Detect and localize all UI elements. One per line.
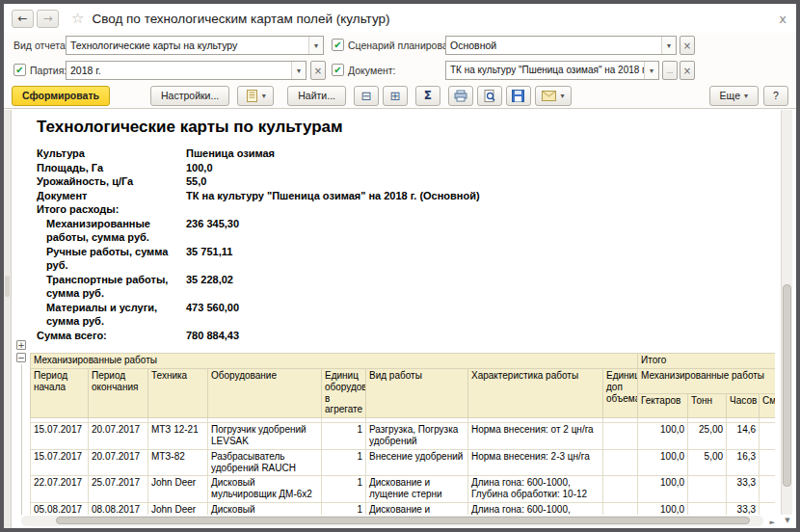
info-label[interactable]: Ручные работы, сумма руб. [37, 245, 186, 273]
column-header[interactable]: Техника [148, 369, 208, 418]
table-cell[interactable] [760, 502, 775, 515]
info-value[interactable]: 55,0 [186, 174, 775, 189]
find-button[interactable]: Найти... [287, 86, 346, 106]
table-cell[interactable]: Погрузчик удобрений LEVSAK [208, 423, 322, 450]
table-cell[interactable]: Длина гона: 600-1000, Глубина обработки:… [468, 476, 603, 503]
table-cell[interactable] [688, 476, 727, 503]
report-title[interactable]: Технологические карты по культурам [37, 118, 775, 137]
info-label[interactable]: Документ [37, 189, 186, 203]
more-button[interactable]: Еще▾ [709, 86, 759, 106]
table-cell[interactable]: Норма внесения: 2-3 цн/га [468, 449, 603, 476]
table-cell[interactable]: 14,6 [727, 423, 760, 450]
close-icon[interactable]: x [779, 12, 787, 26]
table-cell[interactable]: 100,0 [638, 449, 688, 476]
column-header[interactable]: Единица доп объема [603, 369, 638, 418]
report-variants-button[interactable]: ▾ [237, 86, 274, 106]
info-label[interactable]: Транспортные работы, сумма руб. [37, 273, 186, 301]
table-cell[interactable]: Дисковый мульчировщик ДМ-6х2 [208, 502, 322, 515]
forward-button[interactable]: → [37, 10, 59, 28]
vertical-scrollbar[interactable]: ▼ [781, 110, 792, 515]
table-cell[interactable]: John Deer [148, 476, 208, 503]
itogo-header-cell[interactable]: Итого [638, 354, 775, 369]
table-cell[interactable]: 100,0 [638, 502, 688, 515]
back-button[interactable]: ← [12, 10, 34, 28]
table-cell[interactable]: John Deer [148, 502, 208, 515]
table-cell[interactable] [603, 476, 638, 503]
info-label[interactable]: Материалы и услуги, сумма руб. [37, 301, 186, 329]
document-checkbox[interactable]: ✔ [332, 64, 344, 76]
group-title-cell[interactable]: Механизированные работы [31, 354, 638, 369]
table-cell[interactable]: 20.07.2017 [89, 449, 148, 476]
table-cell[interactable]: 16,3 [727, 449, 760, 476]
table-cell[interactable]: 33,3 [727, 502, 760, 515]
scenario-clear-button[interactable]: × [680, 36, 695, 55]
table-cell[interactable]: 1 [322, 423, 366, 450]
batch-checkbox[interactable]: ✔ [13, 64, 26, 76]
table-cell[interactable] [603, 502, 638, 515]
info-value[interactable]: 236 345,30 [186, 217, 775, 245]
column-header[interactable]: Вид работы [366, 369, 468, 418]
scroll-down-icon[interactable]: ▼ [782, 515, 793, 526]
table-cell[interactable]: Разбрасыватель удобрений RAUCH [208, 449, 322, 476]
horizontal-scroll-thumb[interactable] [56, 517, 750, 524]
column-header[interactable]: Период окончания [89, 369, 148, 418]
table-cell[interactable]: 33,3 [727, 476, 760, 503]
table-cell[interactable]: Разгрузка, Погрузка удобрений [366, 423, 468, 450]
metric-column-header[interactable]: Смен [760, 393, 775, 418]
table-cell[interactable]: 25,00 [688, 423, 727, 450]
table-cell[interactable]: 22.07.2017 [31, 476, 89, 503]
table-cell[interactable] [760, 449, 775, 476]
table-cell[interactable]: 100,0 [638, 423, 688, 450]
info-label[interactable]: Площадь, Га [37, 161, 186, 175]
horizontal-scrollbar[interactable] [21, 516, 763, 526]
table-cell[interactable]: 20.07.2017 [89, 423, 148, 450]
info-value[interactable]: ТК на культуру "Пшеница озимая" на 2018 … [186, 189, 775, 203]
collapse-groups-button[interactable]: ⊟ [354, 86, 379, 106]
vertical-scroll-thumb[interactable] [783, 284, 791, 487]
table-cell[interactable]: МТЗ 12-21 [148, 423, 208, 450]
scenario-checkbox[interactable]: ✔ [332, 39, 344, 51]
splitter-grip-icon[interactable] [5, 276, 10, 297]
info-value[interactable] [186, 202, 775, 217]
info-label[interactable]: Итого расходы: [37, 202, 186, 217]
scenario-select[interactable]: Основной ▾ [445, 36, 677, 55]
itogo-sub-header-cell[interactable]: Механизированные работы [638, 369, 775, 394]
info-value[interactable]: 780 884,43 [186, 329, 775, 343]
table-cell[interactable]: 100,0 [638, 476, 688, 503]
group-expand-button[interactable]: + [16, 340, 26, 350]
metric-column-header[interactable]: Гектаров [638, 393, 688, 418]
group-collapse-button[interactable]: − [16, 353, 26, 362]
table-cell[interactable]: МТЗ-82 [148, 449, 208, 476]
save-button[interactable] [506, 86, 531, 106]
table-cell[interactable]: Дисковый мульчировщик ДМ-6х2 [208, 476, 322, 503]
print-button[interactable] [448, 86, 473, 106]
chevron-down-icon[interactable]: ▾ [644, 62, 658, 79]
info-value[interactable]: Пшеница озимая [186, 146, 775, 161]
table-cell[interactable]: Дискование и лущение стерни [366, 502, 468, 515]
table-cell[interactable]: Длина гона: 600-1000, Глубина обработки:… [468, 502, 603, 515]
table-cell[interactable]: 05.08.2017 [31, 502, 89, 515]
table-cell[interactable]: Внесение удобрений [366, 449, 468, 476]
preview-button[interactable] [477, 86, 502, 106]
scroll-right-icon[interactable]: ► [770, 519, 775, 526]
table-cell[interactable]: 1 [322, 502, 366, 515]
column-header[interactable]: Характеристика работы [468, 369, 603, 418]
table-cell[interactable] [760, 476, 775, 503]
table-cell[interactable] [760, 423, 775, 450]
batch-select[interactable]: 2018 г. ▾ [66, 61, 307, 80]
table-cell[interactable]: Дискование и лущение стерни [366, 476, 468, 503]
document-select[interactable]: ТК на культуру "Пшеница озимая" на 2018 … [445, 61, 659, 80]
chevron-down-icon[interactable]: ▾ [291, 62, 306, 79]
chevron-down-icon[interactable]: ▾ [308, 37, 323, 54]
table-cell[interactable]: Норма внесения: от 2 цн/га [468, 423, 603, 450]
table-cell[interactable]: 08.08.2017 [89, 502, 148, 515]
generate-button[interactable]: Сформировать [12, 86, 110, 106]
table-cell[interactable]: 5,00 [688, 449, 727, 476]
info-value[interactable]: 35 751,11 [186, 245, 775, 273]
info-label[interactable]: Сумма всего: [37, 329, 186, 343]
column-header[interactable]: Единиц оборудования в агрегате [322, 369, 366, 418]
table-cell[interactable]: 1 [322, 449, 366, 476]
table-cell[interactable]: 15.07.2017 [31, 449, 89, 476]
info-value[interactable]: 473 560,00 [186, 301, 775, 329]
table-cell[interactable]: 25.07.2017 [89, 476, 148, 503]
